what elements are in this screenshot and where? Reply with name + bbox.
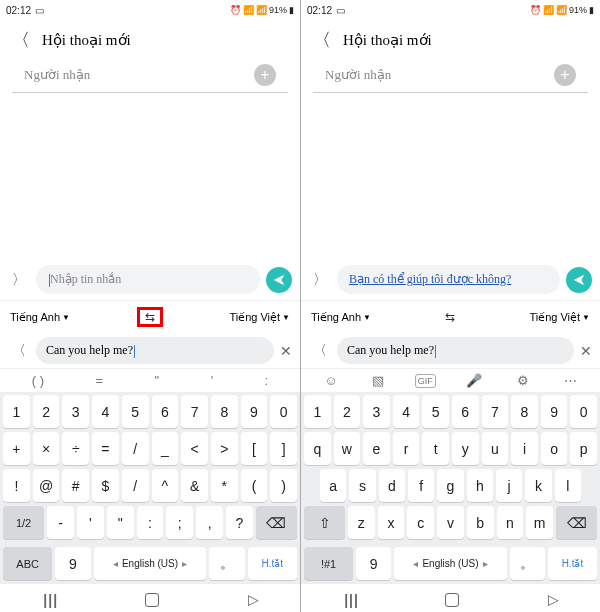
voice-icon[interactable]: 🎤 <box>462 373 486 388</box>
tb-equals[interactable]: = <box>91 373 107 388</box>
settings-icon[interactable]: ⚙ <box>513 373 533 388</box>
recipient-field[interactable]: Người nhận + <box>313 60 588 93</box>
translate-input[interactable]: Can you help me? <box>36 337 274 364</box>
tb-dquote[interactable]: " <box>151 373 164 388</box>
key-9[interactable]: 9 <box>241 395 268 428</box>
key-=[interactable]: = <box>92 432 119 465</box>
key-6[interactable]: 6 <box>152 395 179 428</box>
key-_[interactable]: _ <box>152 432 179 465</box>
key-2[interactable]: 2 <box>33 395 60 428</box>
key-symbols[interactable]: !#1 <box>304 547 353 580</box>
tb-squote[interactable]: ' <box>207 373 217 388</box>
key-5[interactable]: 5 <box>422 395 449 428</box>
key-l[interactable]: l <box>555 469 581 502</box>
key-a[interactable]: a <box>320 469 346 502</box>
sticker-icon[interactable]: ▧ <box>368 373 388 388</box>
key-3[interactable]: 3 <box>363 395 390 428</box>
translate-input[interactable]: Can you help me? <box>337 337 574 364</box>
key-+[interactable]: + <box>3 432 30 465</box>
key-e[interactable]: e <box>363 432 390 465</box>
key-j[interactable]: j <box>496 469 522 502</box>
expand-icon[interactable]: 〉 <box>309 271 331 289</box>
key-?[interactable]: ? <box>226 506 253 539</box>
key-y[interactable]: y <box>452 432 479 465</box>
key-1[interactable]: 1 <box>3 395 30 428</box>
key-page[interactable]: 1/2 <box>3 506 44 539</box>
key-comma[interactable]: 9 <box>55 547 90 580</box>
key-9[interactable]: 9 <box>541 395 568 428</box>
key-w[interactable]: w <box>334 432 361 465</box>
key-4[interactable]: 4 <box>393 395 420 428</box>
swap-icon[interactable]: ⇆ <box>137 307 163 327</box>
key-1[interactable]: 1 <box>304 395 331 428</box>
key-i[interactable]: i <box>511 432 538 465</box>
key-/[interactable]: / <box>122 432 149 465</box>
key-abc[interactable]: ABC <box>3 547 52 580</box>
key-'[interactable]: ' <box>77 506 104 539</box>
key-3[interactable]: 3 <box>62 395 89 428</box>
key-8[interactable]: 8 <box>211 395 238 428</box>
nav-back[interactable]: ▽ <box>543 595 559 606</box>
collapse-icon[interactable]: 〈 <box>8 342 30 360</box>
back-icon[interactable]: 〈 <box>12 28 30 52</box>
key-6[interactable]: 6 <box>452 395 479 428</box>
key-z[interactable]: z <box>348 506 375 539</box>
key-×[interactable]: × <box>33 432 60 465</box>
lang-from[interactable]: Tiếng Anh ▼ <box>10 311 70 324</box>
key-dot[interactable]: 。 <box>209 547 244 580</box>
key->[interactable]: > <box>211 432 238 465</box>
key-7[interactable]: 7 <box>181 395 208 428</box>
add-recipient-button[interactable]: + <box>554 64 576 86</box>
nav-home[interactable] <box>445 593 459 607</box>
key-#[interactable]: # <box>62 469 89 502</box>
key-backspace[interactable]: ⌫ <box>556 506 597 539</box>
key-shift[interactable]: ⇧ <box>304 506 345 539</box>
key-d[interactable]: d <box>379 469 405 502</box>
key-h[interactable]: h <box>467 469 493 502</box>
back-icon[interactable]: 〈 <box>313 28 331 52</box>
expand-icon[interactable]: 〉 <box>8 271 30 289</box>
key-![interactable]: ! <box>3 469 30 502</box>
key-([interactable]: ( <box>241 469 268 502</box>
key-space[interactable]: ◂English (US)▸ <box>94 547 207 580</box>
key-0[interactable]: 0 <box>570 395 597 428</box>
key-backspace[interactable]: ⌫ <box>256 506 297 539</box>
key-÷[interactable]: ÷ <box>62 432 89 465</box>
key-:[interactable]: : <box>137 506 164 539</box>
key-f[interactable]: f <box>408 469 434 502</box>
clear-icon[interactable]: ✕ <box>580 343 592 359</box>
nav-recent[interactable]: ||| <box>344 592 359 608</box>
key-5[interactable]: 5 <box>122 395 149 428</box>
key-8[interactable]: 8 <box>511 395 538 428</box>
key-p[interactable]: p <box>570 432 597 465</box>
key-enter[interactable]: H.tắt <box>248 547 297 580</box>
lang-to[interactable]: Tiếng Việt ▼ <box>229 311 290 324</box>
collapse-icon[interactable]: 〈 <box>309 342 331 360</box>
gif-icon[interactable]: GIF <box>415 374 436 388</box>
key-space[interactable]: ◂English (US)▸ <box>394 547 506 580</box>
key-"[interactable]: " <box>107 506 134 539</box>
clear-icon[interactable]: ✕ <box>280 343 292 359</box>
message-input[interactable]: Bạn có thể giúp tôi được không? <box>337 265 560 294</box>
nav-back[interactable]: ▽ <box>243 595 259 606</box>
add-recipient-button[interactable]: + <box>254 64 276 86</box>
key-k[interactable]: k <box>525 469 551 502</box>
key-t[interactable]: t <box>422 432 449 465</box>
tb-parens[interactable]: ( ) <box>28 373 48 388</box>
key-;[interactable]: ; <box>166 506 193 539</box>
key-<[interactable]: < <box>181 432 208 465</box>
key-s[interactable]: s <box>349 469 375 502</box>
key-dot[interactable]: 。 <box>510 547 545 580</box>
key-$[interactable]: $ <box>92 469 119 502</box>
key-4[interactable]: 4 <box>92 395 119 428</box>
lang-from[interactable]: Tiếng Anh ▼ <box>311 311 371 324</box>
expand-icon[interactable]: ⋯ <box>560 373 581 388</box>
key--[interactable]: - <box>47 506 74 539</box>
key-/[interactable]: / <box>122 469 149 502</box>
key-q[interactable]: q <box>304 432 331 465</box>
key-enter[interactable]: H.tắt <box>548 547 597 580</box>
key-u[interactable]: u <box>482 432 509 465</box>
emoji-icon[interactable]: ☺ <box>320 373 341 388</box>
key-n[interactable]: n <box>497 506 524 539</box>
key-g[interactable]: g <box>437 469 463 502</box>
